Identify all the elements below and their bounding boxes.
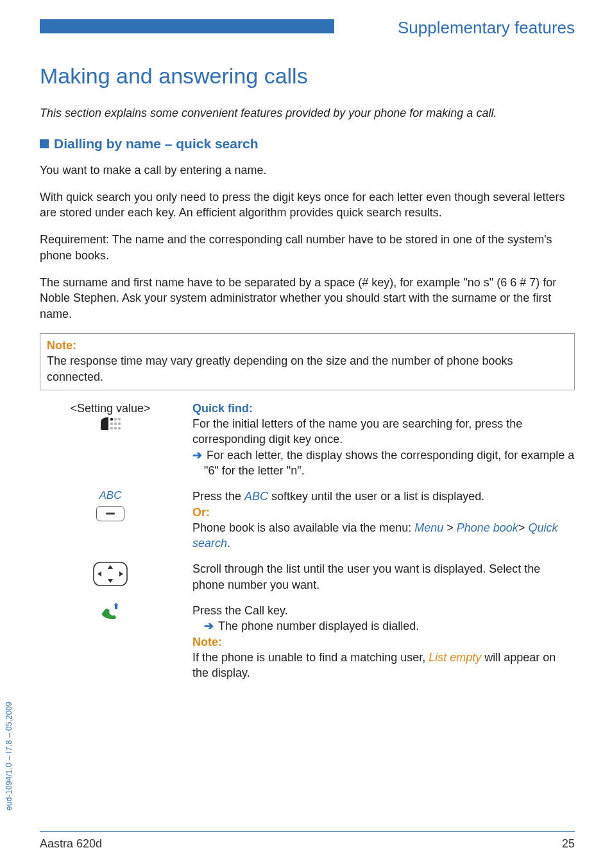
list-empty-term: List empty (429, 651, 481, 664)
document-revision-label: eud-1094/1.0 – I7.8 – 05.2009 (4, 701, 14, 810)
svg-point-4 (114, 422, 117, 425)
menu-item-phone-book: Phone book (457, 521, 518, 534)
intro-paragraph: This section explains some convenient fe… (40, 105, 575, 121)
svg-marker-10 (108, 565, 113, 569)
step-4-body: Press the Call key. ➔ The phone number d… (192, 603, 575, 681)
paragraph-3: Requirement: The name and the correspond… (40, 232, 575, 263)
header-color-bar (40, 19, 334, 33)
step-3-text: Scroll through the list until the user y… (192, 562, 540, 591)
note-text: The response time may vary greatly depen… (47, 354, 513, 383)
dpad-icon (92, 578, 128, 589)
step-2-softkey-name: ABC (244, 490, 268, 503)
step-4-icon-cell (46, 603, 174, 681)
setting-value-placeholder: <Setting value> (70, 402, 150, 415)
softkey-button-icon (96, 506, 124, 521)
svg-marker-13 (119, 571, 123, 577)
menu-end: . (227, 537, 230, 550)
paragraph-2: With quick search you only need to press… (40, 189, 575, 221)
section-header: Supplementary features (40, 19, 575, 45)
steps-grid: <Setting value> Quick find: For the init… (46, 401, 575, 681)
subheading-dialling-by-name: Dialling by name – quick search (40, 135, 575, 153)
step-2-or: Or: (192, 506, 210, 519)
section-title: Supplementary features (398, 17, 575, 39)
subheading-text: Dialling by name – quick search (54, 136, 259, 151)
step-1-line1: For the initial letters of the name you … (192, 417, 522, 446)
note-label: Note: (47, 339, 76, 352)
note-box: Note: The response time may vary greatly… (40, 333, 575, 390)
svg-point-8 (118, 427, 121, 430)
svg-point-6 (110, 427, 113, 430)
menu-sep1: > (443, 521, 457, 534)
step-1-line2: ➔ For each letter, the display shows the… (192, 447, 575, 479)
arrow-icon: ➔ (192, 449, 205, 462)
step-3-body: Scroll through the list until the user y… (192, 561, 575, 593)
step-2-press-b: softkey until the user or a list is disp… (268, 490, 484, 503)
step-4-line1: Press the Call key. (192, 604, 288, 617)
step-4-line2: The phone number displayed is dialled. (218, 620, 419, 632)
svg-rect-15 (115, 605, 117, 609)
step-3-icon-cell (46, 561, 174, 593)
keypad-icon (99, 422, 121, 433)
page-title: Making and answering calls (40, 62, 575, 91)
footer-model: Aastra 620d (40, 836, 102, 851)
paragraph-1: You want to make a call by entering a na… (40, 162, 575, 178)
step-4-line2-wrap: ➔ The phone number displayed is dialled. (192, 618, 575, 634)
step-2-press-a: Press the (192, 490, 244, 503)
quick-find-title: Quick find: (192, 402, 253, 415)
svg-point-2 (118, 418, 121, 421)
step-1-icon-cell: <Setting value> (46, 401, 174, 478)
svg-marker-12 (98, 571, 101, 577)
step-2-icon-cell: ABC (46, 489, 174, 551)
footer-page-number: 25 (562, 836, 575, 851)
arrow-icon: ➔ (204, 620, 217, 632)
page-footer: Aastra 620d 25 (40, 831, 575, 851)
svg-marker-14 (114, 603, 119, 605)
svg-point-1 (114, 418, 117, 421)
svg-point-0 (110, 418, 113, 421)
step-4-note-label: Note: (192, 636, 222, 648)
abc-softkey-label: ABC (46, 489, 174, 503)
step-2-body: Press the ABC softkey until the user or … (192, 489, 575, 551)
menu-item-menu: Menu (414, 521, 443, 534)
paragraph-4: The surname and first name have to be se… (40, 275, 575, 322)
svg-point-3 (110, 422, 113, 425)
menu-sep2: > (518, 521, 529, 534)
svg-marker-11 (108, 579, 113, 583)
call-key-icon (99, 611, 121, 621)
step-1-line2-text: For each letter, the display shows the c… (204, 449, 574, 477)
svg-point-5 (118, 422, 121, 425)
svg-point-7 (114, 427, 117, 430)
square-bullet-icon (40, 139, 49, 148)
step-4-line3a: If the phone is unable to find a matchin… (192, 651, 429, 664)
step-1-body: Quick find: For the initial letters of t… (192, 401, 575, 478)
step-2-menu-a: Phone book is also available via the men… (192, 521, 414, 534)
